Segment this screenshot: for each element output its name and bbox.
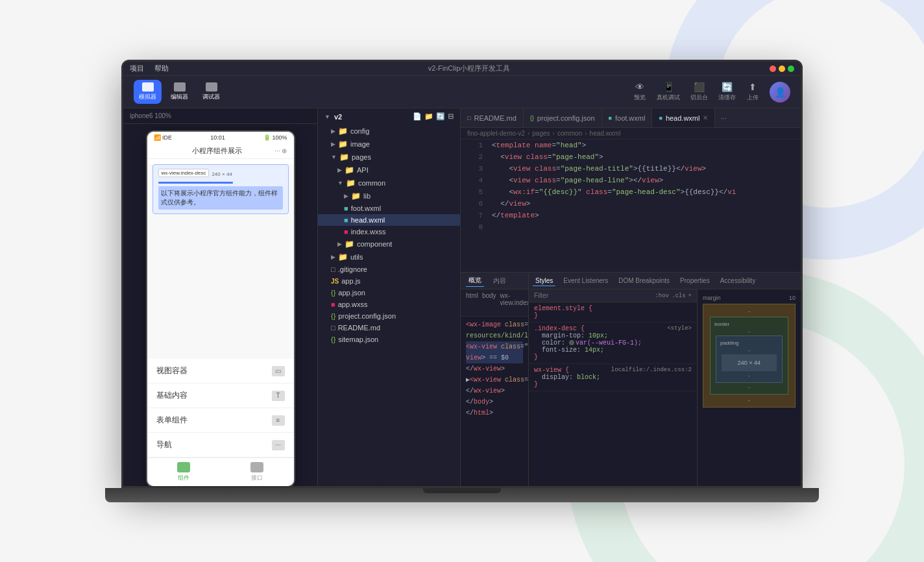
tree-new-folder-icon[interactable]: 📁 <box>424 112 433 121</box>
tab-project-config[interactable]: {} project.config.json <box>524 108 602 127</box>
laptop-base <box>105 488 819 502</box>
tree-item-lib[interactable]: ▶ 📁 lib <box>318 189 460 202</box>
panel-tab-overview[interactable]: 概览 <box>466 275 484 287</box>
phone-menu-item-0[interactable]: 视图容器 ▭ <box>147 359 294 384</box>
tree-collapse-icon[interactable]: ⊟ <box>448 112 454 121</box>
ide-container: 项目 帮助 v2-FinClip小程序开发工具 模拟器 <box>123 62 801 486</box>
filter-input[interactable] <box>534 292 651 299</box>
close-button[interactable] <box>770 66 776 72</box>
filter-cls[interactable]: .cls <box>672 293 686 299</box>
simulator-btn[interactable]: 模拟器 <box>134 80 162 104</box>
phone-status-left: 📶 IDE <box>154 134 173 141</box>
tree-item-foot-wxml[interactable]: ■ foot.wxml <box>318 202 460 214</box>
simulator-label: 模拟器 <box>139 93 156 101</box>
styles-tab[interactable]: Styles <box>533 276 555 286</box>
tree-new-file-icon[interactable]: 📄 <box>413 112 422 121</box>
tree-item-api[interactable]: ▶ 📁 API <box>318 164 460 177</box>
phone-menu-item-3[interactable]: 导航 ··· <box>147 433 294 458</box>
html-code[interactable]: <wx-image class="index-logo" src="../res… <box>461 317 528 486</box>
dom-breakpoints-tab[interactable]: DOM Breakpoints <box>616 276 672 286</box>
preview-label: 预览 <box>634 93 646 102</box>
simulator-icon <box>142 82 154 92</box>
tab-close-icon[interactable]: ✕ <box>703 114 708 121</box>
phone-wrap: 📶 IDE 10:01 🔋 100% 小程序组件展示 ··· ⊕ <box>123 124 317 486</box>
html-line-0: <wx-image class="index-logo" src="../res… <box>466 319 523 330</box>
panel-tab-content[interactable]: 内容 <box>491 275 509 287</box>
clear-cache-icon: 🔄 <box>721 82 734 92</box>
tab-label-0: 组件 <box>178 474 189 482</box>
mobile-debug-action[interactable]: 📱 真机调试 <box>657 82 680 102</box>
debug-btn[interactable]: 调试器 <box>197 80 225 104</box>
tree-item-utils[interactable]: ▶ 📁 utils <box>318 250 460 263</box>
padding-label: padding <box>720 340 778 346</box>
tab-foot-wxml[interactable]: ■ foot.wxml <box>602 108 653 127</box>
tree-item-image[interactable]: ▶ 📁 image <box>318 138 460 151</box>
tree-root-label: v2 <box>334 113 342 121</box>
code-line-8: 8 <box>461 221 801 233</box>
filter-hov[interactable]: :hov <box>655 293 669 299</box>
tree-item-app-js[interactable]: JS app.js <box>318 275 460 287</box>
menu-item-project[interactable]: 项目 <box>130 64 144 73</box>
menu-icon-2: ≡ <box>272 415 285 426</box>
accessibility-tab[interactable]: Accessibility <box>718 276 758 286</box>
tab-head-wxml[interactable]: ■ head.wxml ✕ <box>652 108 715 127</box>
preview-icon: 👁 <box>633 82 646 92</box>
breadcrumb: fino-applet-demo-v2 › pages › common › h… <box>461 128 801 140</box>
css-selector-element: element.style { <box>534 305 692 312</box>
simulator-panel: iphone6 100% 📶 IDE 10:01 🔋 100% 小程序组件展示 <box>123 108 318 486</box>
box-border: border - padding - 240 × 44 <box>710 317 788 395</box>
css-rule-element: element.style { } <box>529 302 697 323</box>
editor-btn[interactable]: 编辑器 <box>165 80 193 104</box>
tree-item-readme[interactable]: □ README.md <box>318 322 460 334</box>
code-line-1: 1 <template name="head"> <box>461 140 801 151</box>
toolbar: 模拟器 编辑器 调试器 👁 预览 <box>123 76 801 108</box>
tree-item-common[interactable]: ▼ 📁 common <box>318 177 460 189</box>
menu-label-2: 表单组件 <box>156 415 188 426</box>
properties-tab[interactable]: Properties <box>677 276 712 286</box>
margin-bottom-val: - <box>707 397 791 403</box>
maximize-button[interactable] <box>788 66 794 72</box>
minimize-button[interactable] <box>779 66 785 72</box>
tab-icon-1 <box>250 462 263 472</box>
tree-item-sitemap[interactable]: {} sitemap.json <box>318 334 460 345</box>
tree-item-app-json[interactable]: {} app.json <box>318 287 460 299</box>
phone-device: 📶 IDE 10:01 🔋 100% 小程序组件展示 ··· ⊕ <box>146 130 295 486</box>
user-avatar[interactable]: 👤 <box>770 82 790 103</box>
phone-tab-1[interactable]: 接口 <box>250 462 263 482</box>
upload-action[interactable]: ⬆ 上传 <box>746 82 759 102</box>
tree-item-index-wxss[interactable]: ■ index.wxss <box>318 226 460 238</box>
panel-tabs-overview: 概览 内容 <box>461 273 528 289</box>
elem-index[interactable]: wx-view.index <box>500 292 528 313</box>
event-listeners-tab[interactable]: Event Listeners <box>561 276 611 286</box>
tree-refresh-icon[interactable]: 🔄 <box>436 112 445 121</box>
tab-readme[interactable]: □ README.md <box>461 108 524 127</box>
preview-action[interactable]: 👁 预览 <box>633 82 646 102</box>
tab-more[interactable]: ··· <box>715 114 731 122</box>
clear-cache-action[interactable]: 🔄 清缓存 <box>718 82 736 102</box>
menu-icon-3: ··· <box>272 440 285 450</box>
cut-action[interactable]: ⬛ 切后台 <box>690 82 708 102</box>
elem-html[interactable]: html <box>466 292 478 313</box>
tree-item-app-wxss[interactable]: ■ app.wxss <box>318 299 460 310</box>
editor-code[interactable]: 1 <template name="head"> 2 <view class="… <box>461 140 801 272</box>
menu-item-help[interactable]: 帮助 <box>154 64 169 73</box>
tree-item-component[interactable]: ▶ 📁 component <box>318 238 460 250</box>
html-line-4: </wx-view> <box>466 363 523 374</box>
tree-item-pages[interactable]: ▼ 📁 pages <box>318 151 460 164</box>
elem-body[interactable]: body <box>482 292 496 313</box>
code-line-7: 7 </template> <box>461 210 801 221</box>
menu-icon-1: T <box>272 391 285 401</box>
breadcrumb-common: common <box>557 130 582 137</box>
tree-item-gitignore[interactable]: □ .gitignore <box>318 263 460 275</box>
tree-item-config[interactable]: ▶ 📁 config <box>318 125 460 138</box>
phone-menu-item-1[interactable]: 基础内容 T <box>147 384 294 408</box>
cut-label: 切后台 <box>690 93 708 102</box>
tree-item-project-config[interactable]: {} project.config.json <box>318 310 460 322</box>
phone-menu-item-2[interactable]: 表单组件 ≡ <box>147 408 294 433</box>
phone-nav-bar: 小程序组件展示 ··· ⊕ <box>147 143 294 159</box>
border-val: - <box>714 328 784 334</box>
tree-item-head-wxml[interactable]: ■ head.wxml <box>318 214 460 226</box>
toolbar-right: 👁 预览 📱 真机调试 ⬛ 切后台 🔄 清缓存 <box>633 82 790 103</box>
filter-add[interactable]: + <box>688 293 692 299</box>
phone-tab-0[interactable]: 组件 <box>177 462 190 482</box>
